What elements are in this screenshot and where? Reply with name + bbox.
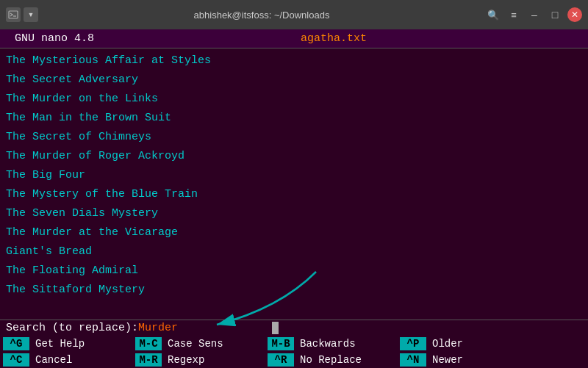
- nano-content[interactable]: The Mysterious Affair at StylesThe Secre…: [0, 48, 588, 320]
- shortcut-key: ^N: [400, 353, 426, 367]
- nano-line: The Floating Admiral: [6, 261, 582, 281]
- maximize-button[interactable]: □: [547, 7, 563, 23]
- nano-search-bar: Search (to replace):: [0, 320, 588, 336]
- nano-line: The Secret of Chimneys: [6, 128, 582, 147]
- shortcut-desc: Backwards: [294, 337, 362, 350]
- nano-line: The Murder on the Links: [6, 90, 582, 109]
- nano-editor: GNU nano 4.8 agatha.txt The Mysterious A…: [0, 29, 588, 368]
- shortcut-desc: Cancel: [29, 353, 78, 367]
- shortcut-item[interactable]: ^GGet Help: [3, 337, 135, 350]
- shortcut-desc: Case Sens: [162, 337, 229, 350]
- shortcut-desc: Newer: [426, 353, 469, 367]
- shortcut-key: M-B: [268, 337, 294, 350]
- nano-line: The Big Four: [6, 166, 582, 185]
- search-label: Search (to replace):: [6, 322, 138, 334]
- titlebar-left: ▼: [6, 7, 38, 22]
- nano-header: GNU nano 4.8 agatha.txt: [0, 29, 588, 48]
- dropdown-button[interactable]: ▼: [24, 7, 38, 22]
- nano-line: The Mystery of the Blue Train: [6, 185, 582, 204]
- shortcut-item[interactable]: ^RNo Replace: [268, 353, 400, 367]
- shortcut-item[interactable]: M-RRegexp: [135, 353, 268, 367]
- nano-version: GNU nano 4.8: [15, 32, 94, 45]
- cursor-block: [272, 322, 279, 334]
- shortcut-desc: Regexp: [162, 353, 210, 367]
- window-title: abhishek@itsfoss: ~/Downloads: [43, 10, 481, 21]
- titlebar-right: 🔍 ≡ – □ ✕: [485, 7, 582, 23]
- shortcut-desc: No Replace: [294, 353, 368, 367]
- search-icon-button[interactable]: 🔍: [485, 7, 501, 23]
- nano-line: The Man in the Brown Suit: [6, 109, 582, 128]
- shortcut-key: M-R: [135, 353, 162, 367]
- shortcut-row-2: ^CCancelM-RRegexp^RNo Replace^NNewer: [0, 352, 588, 368]
- nano-line: The Seven Dials Mystery: [6, 204, 582, 223]
- shortcut-item[interactable]: ^CCancel: [3, 353, 135, 367]
- nano-line: The Murder at the Vicarage: [6, 223, 582, 242]
- shortcut-key: ^C: [3, 353, 29, 367]
- shortcut-desc: Older: [426, 337, 469, 350]
- terminal-icon-button[interactable]: [6, 7, 21, 22]
- nano-line: The Secret Adversary: [6, 71, 582, 90]
- nano-filename: agatha.txt: [301, 32, 367, 45]
- minimize-button[interactable]: –: [526, 7, 542, 23]
- nano-line: The Mysterious Affair at Styles: [6, 51, 582, 71]
- nano-line: The Sittaford Mystery: [6, 281, 582, 300]
- search-input[interactable]: [138, 322, 271, 334]
- shortcut-item[interactable]: ^POlder: [400, 337, 532, 350]
- hamburger-menu-button[interactable]: ≡: [506, 7, 522, 23]
- nano-container: GNU nano 4.8 agatha.txt The Mysterious A…: [0, 29, 588, 368]
- shortcut-row-1: ^GGet HelpM-CCase SensM-BBackwards^POlde…: [0, 336, 588, 352]
- close-button[interactable]: ✕: [567, 7, 582, 22]
- titlebar: ▼ abhishek@itsfoss: ~/Downloads 🔍 ≡ – □ …: [0, 0, 588, 29]
- shortcut-item[interactable]: ^NNewer: [400, 353, 532, 367]
- nano-line: Giant's Bread: [6, 242, 582, 261]
- shortcut-key: ^G: [3, 337, 29, 350]
- shortcut-desc: Get Help: [29, 337, 90, 350]
- shortcut-key: M-C: [135, 337, 162, 350]
- shortcut-key: ^R: [268, 353, 294, 367]
- nano-line: The Murder of Roger Ackroyd: [6, 147, 582, 166]
- shortcut-item[interactable]: M-BBackwards: [268, 337, 400, 350]
- shortcut-item[interactable]: M-CCase Sens: [135, 337, 268, 350]
- shortcut-key: ^P: [400, 337, 426, 350]
- nano-shortcuts: ^GGet HelpM-CCase SensM-BBackwards^POlde…: [0, 336, 588, 368]
